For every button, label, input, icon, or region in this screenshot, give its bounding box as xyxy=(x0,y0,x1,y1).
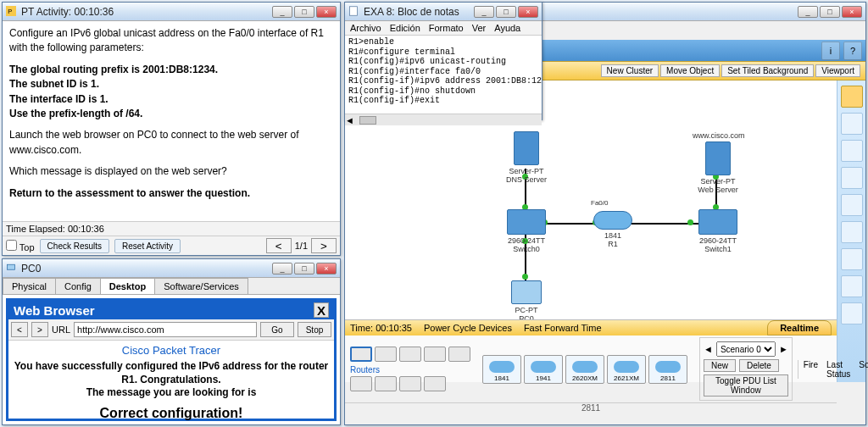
svg-rect-2 xyxy=(8,264,15,269)
category-wan[interactable] xyxy=(375,376,397,391)
scroll-left-icon[interactable]: ◄ xyxy=(704,344,713,354)
prev-page-button[interactable]: < xyxy=(266,238,292,253)
close-button[interactable]: × xyxy=(842,6,862,18)
next-page-button[interactable]: > xyxy=(311,238,337,253)
maximize-button[interactable]: □ xyxy=(294,6,314,18)
device-switch0[interactable]: 2960-24TT Switch0 xyxy=(501,209,552,253)
right-toolbar xyxy=(837,80,865,382)
model-2621xm[interactable]: 2621XM xyxy=(607,355,646,384)
check-results-button[interactable]: Check Results xyxy=(40,239,109,253)
top-checkbox-label[interactable]: Top xyxy=(6,240,35,252)
info-icon[interactable]: i xyxy=(821,42,840,60)
select-tool[interactable] xyxy=(841,86,863,108)
category-multi[interactable] xyxy=(424,376,446,391)
notepad-content[interactable]: R1>enable R1#configure terminal R1(confi… xyxy=(345,36,542,114)
scroll-right-icon[interactable]: ► xyxy=(779,344,788,354)
instr-b1: The global routing prefix is 2001:DB8:12… xyxy=(9,64,218,75)
notepad-menubar: Archivo Edición Formato Ver Ayuda xyxy=(345,21,542,36)
tab-software[interactable]: Software/Services xyxy=(154,278,248,294)
tab-physical[interactable]: Physical xyxy=(3,278,56,294)
page-msg-2: Correct configuration! xyxy=(12,405,331,423)
maximize-button[interactable]: □ xyxy=(496,6,516,18)
maximize-button[interactable]: □ xyxy=(294,263,314,274)
pc0-title: PC0 xyxy=(21,263,41,274)
go-button[interactable]: Go xyxy=(260,322,294,337)
server-icon xyxy=(705,141,731,175)
browser-forward-button[interactable]: > xyxy=(31,322,48,337)
device-label: Web Server xyxy=(693,186,743,194)
minimize-button[interactable]: _ xyxy=(474,6,494,18)
scenario-select[interactable]: Scenario 0 xyxy=(716,341,776,357)
close-button[interactable]: × xyxy=(316,6,337,18)
category-wireless[interactable] xyxy=(424,347,446,362)
reset-activity-button[interactable]: Reset Activity xyxy=(114,239,181,253)
model-1841[interactable]: 1841 xyxy=(482,355,521,384)
scenario-delete-button[interactable]: Delete xyxy=(739,359,779,372)
fast-forward-link[interactable]: Fast Forward Time xyxy=(524,323,602,333)
notepad-hscroll[interactable]: ◄ xyxy=(345,114,542,125)
pc0-tabs: Physical Config Desktop Software/Service… xyxy=(3,278,340,295)
maximize-button[interactable]: □ xyxy=(820,6,840,18)
device-web-server[interactable]: www.cisco.com Server-PT Web Server xyxy=(693,131,743,194)
category-switches[interactable] xyxy=(375,347,397,362)
model-1941[interactable]: 1941 xyxy=(524,355,563,384)
router-icon xyxy=(593,211,632,230)
device-label: 2960-24TT xyxy=(501,236,552,245)
menu-archivo[interactable]: Archivo xyxy=(350,23,381,33)
move-layout-tool[interactable] xyxy=(841,113,863,135)
device-switch1[interactable]: 2960-24TT Switch1 xyxy=(693,209,743,253)
simple-pdu-tool[interactable] xyxy=(841,275,863,297)
category-hubs[interactable] xyxy=(399,347,421,362)
inspect-tool[interactable] xyxy=(841,194,863,216)
model-2620xm[interactable]: 2620XM xyxy=(565,355,604,384)
realtime-tab[interactable]: Realtime xyxy=(767,320,832,336)
minimize-button[interactable]: _ xyxy=(798,6,818,18)
page-indicator: 1/1 xyxy=(295,241,308,251)
resize-tool[interactable] xyxy=(841,248,863,270)
switch-icon xyxy=(698,209,737,235)
minimize-button[interactable]: _ xyxy=(272,263,292,274)
browser-back-button[interactable]: < xyxy=(11,322,28,337)
set-tiled-bg-button[interactable]: Set Tiled Background xyxy=(721,64,814,77)
notepad-titlebar[interactable]: EXA 8: Bloc de notas _ □ × xyxy=(345,3,542,21)
url-input[interactable] xyxy=(74,322,257,337)
help-icon[interactable]: ? xyxy=(843,42,862,60)
close-button[interactable]: × xyxy=(518,6,538,18)
place-note-tool[interactable] xyxy=(841,140,863,162)
top-checkbox[interactable] xyxy=(6,240,17,251)
menu-ayuda[interactable]: Ayuda xyxy=(494,23,520,33)
menu-ver[interactable]: Ver xyxy=(472,23,487,33)
tab-config[interactable]: Config xyxy=(55,278,101,294)
menu-edicion[interactable]: Edición xyxy=(390,23,420,33)
device-label: 1841 xyxy=(587,231,638,240)
browser-page: Cisco Packet Tracer You have successfull… xyxy=(8,341,334,426)
menu-formato[interactable]: Formato xyxy=(429,23,464,33)
device-r1[interactable]: Fa0/0 1841 R1 xyxy=(587,211,638,248)
model-2811[interactable]: 2811 xyxy=(648,355,687,384)
new-cluster-button[interactable]: New Cluster xyxy=(601,64,659,77)
draw-tool[interactable] xyxy=(841,221,863,243)
pt-activity-window: P PT Activity: 00:10:36 _ □ × Configure … xyxy=(2,2,341,256)
complex-pdu-tool[interactable] xyxy=(841,302,863,324)
category-custom[interactable] xyxy=(399,376,421,391)
device-pc0[interactable]: PC-PT PC0 xyxy=(501,280,552,323)
category-connections[interactable] xyxy=(448,347,470,362)
stop-button[interactable]: Stop xyxy=(298,322,331,337)
delete-tool[interactable] xyxy=(841,167,863,189)
category-routers[interactable] xyxy=(350,347,372,362)
web-browser: Web Browser X < > URL Go Stop Cisco Pack… xyxy=(6,298,337,421)
minimize-button[interactable]: _ xyxy=(272,6,292,18)
device-dns-server[interactable]: Server-PT DNS Server xyxy=(501,131,552,184)
toggle-pdu-button[interactable]: Toggle PDU List Window xyxy=(704,374,788,396)
scenario-panel: ◄ Scenario 0 ► New Delete Toggle PDU Lis… xyxy=(699,337,793,401)
close-button[interactable]: × xyxy=(316,263,337,274)
power-cycle-link[interactable]: Power Cycle Devices xyxy=(424,323,512,333)
pt-activity-titlebar[interactable]: P PT Activity: 00:10:36 _ □ × xyxy=(3,3,340,21)
move-object-button[interactable]: Move Object xyxy=(660,64,720,77)
tab-desktop[interactable]: Desktop xyxy=(100,278,155,294)
pc0-titlebar[interactable]: PC0 _ □ × xyxy=(3,259,340,278)
scenario-new-button[interactable]: New xyxy=(704,359,736,372)
browser-close-button[interactable]: X xyxy=(314,302,329,318)
viewport-button[interactable]: Viewport xyxy=(815,64,860,77)
category-end[interactable] xyxy=(350,376,372,391)
